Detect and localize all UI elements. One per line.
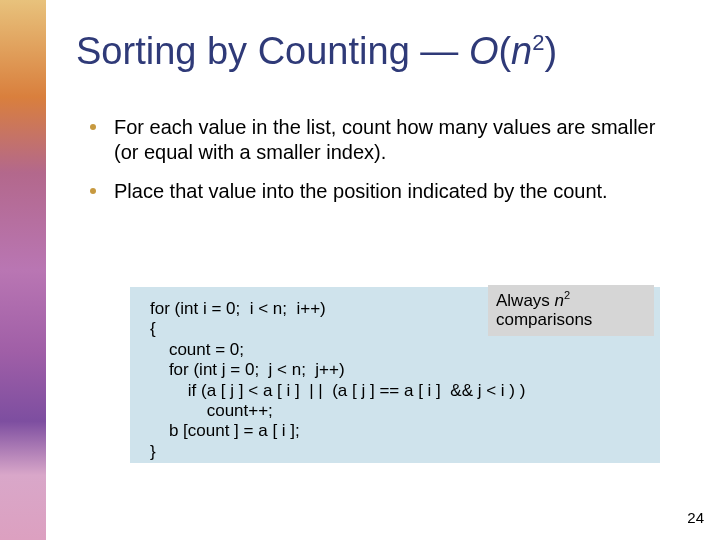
code-line: } (150, 442, 156, 461)
bullet-list: For each value in the list, count how ma… (90, 115, 680, 218)
code-listing: for (int i = 0; i < n; i++) { count = 0;… (150, 299, 525, 462)
title-bigO-close: ) (545, 30, 558, 72)
title-prefix: Sorting by Counting — (76, 30, 469, 72)
code-line: { (150, 319, 156, 338)
bullet-dot-icon (90, 124, 96, 130)
bullet-text: Place that value into the position indic… (114, 179, 608, 204)
bullet-dot-icon (90, 188, 96, 194)
note-exp: 2 (564, 289, 570, 301)
code-line: count = 0; (150, 340, 244, 359)
page-number: 24 (687, 509, 704, 526)
title-bigO-n: n (511, 30, 532, 72)
code-line: for (int j = 0; j < n; j++) (150, 360, 345, 379)
code-line: count++; (150, 401, 273, 420)
note-n: n (555, 291, 564, 310)
note-prefix: Always (496, 291, 555, 310)
code-box: for (int i = 0; i < n; i++) { count = 0;… (130, 287, 660, 463)
title-bigO-exp: 2 (532, 30, 544, 55)
bullet-text: For each value in the list, count how ma… (114, 115, 680, 165)
code-line: if (a [ j ] < a [ i ] | | (a [ j ] == a … (150, 381, 525, 400)
title-bigO-open: ( (498, 30, 511, 72)
slide-title: Sorting by Counting — O(n2) (76, 30, 557, 73)
note-suffix: comparisons (496, 310, 592, 329)
list-item: For each value in the list, count how ma… (90, 115, 680, 165)
complexity-note: Always n2 comparisons (488, 285, 654, 336)
code-line: for (int i = 0; i < n; i++) (150, 299, 326, 318)
code-line: b [count ] = a [ i ]; (150, 421, 300, 440)
title-bigO-O: O (469, 30, 499, 72)
list-item: Place that value into the position indic… (90, 179, 680, 204)
decorative-sidebar (0, 0, 46, 540)
